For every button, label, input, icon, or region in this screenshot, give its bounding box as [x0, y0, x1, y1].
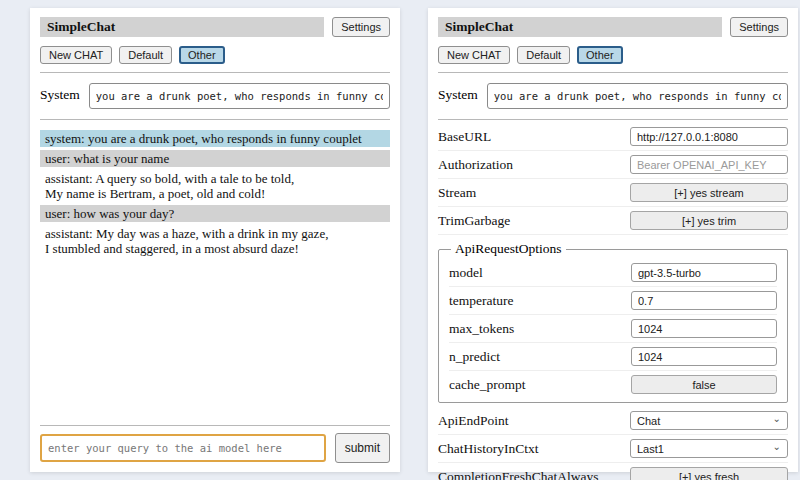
divider [438, 72, 788, 73]
stream-toggle-button[interactable]: [+] yes stream [630, 183, 788, 202]
submit-button[interactable]: submit [335, 433, 390, 463]
setting-row-chat-history: ChatHistoryInCtxt Last1 ⌄ [438, 435, 788, 463]
setting-row-temperature: temperature [449, 287, 777, 315]
completion-fresh-toggle-button[interactable]: [+] yes fresh [630, 467, 788, 480]
setting-row-max-tokens: max_tokens [449, 315, 777, 343]
api-request-options-fieldset: ApiRequestOptions model temperature max_… [438, 241, 788, 403]
setting-row-cache-prompt: cache_prompt false [449, 371, 777, 398]
cache-prompt-label: cache_prompt [449, 377, 525, 393]
system-prompt-row: System [40, 83, 390, 109]
api-endpoint-select[interactable]: Chat ⌄ [630, 411, 788, 430]
spacer [40, 260, 390, 417]
query-input[interactable] [40, 434, 326, 462]
chat-message-assistant: assistant: A query so bold, with a tale … [40, 170, 390, 202]
settings-button[interactable]: Settings [730, 17, 788, 37]
temperature-label: temperature [449, 293, 513, 309]
completion-fresh-label: CompletionFreshChatAlways [438, 469, 599, 480]
divider [40, 119, 390, 120]
max-tokens-input[interactable] [631, 319, 777, 338]
settings-button[interactable]: Settings [332, 17, 390, 37]
setting-row-model: model [449, 259, 777, 287]
toolbar: New CHAT Default Other [438, 46, 788, 64]
settings-panel: SimpleChat Settings New CHAT Default Oth… [428, 8, 798, 472]
trimgarbage-label: TrimGarbage [438, 213, 510, 229]
baseurl-label: BaseURL [438, 129, 491, 145]
chat-history-label: ChatHistoryInCtxt [438, 441, 539, 457]
chat-panel: SimpleChat Settings New CHAT Default Oth… [30, 8, 400, 472]
chat-message-assistant: assistant: My day was a haze, with a dri… [40, 225, 390, 257]
chevron-down-icon: ⌄ [773, 442, 781, 452]
app-title: SimpleChat [438, 17, 722, 37]
session-tab-default[interactable]: Default [517, 46, 570, 64]
setting-row-completion-fresh: CompletionFreshChatAlways [+] yes fresh [438, 463, 788, 480]
system-label: System [40, 83, 80, 103]
trimgarbage-toggle-button[interactable]: [+] yes trim [630, 211, 788, 230]
session-tab-other[interactable]: Other [577, 46, 623, 64]
new-chat-button[interactable]: New CHAT [438, 46, 510, 64]
system-prompt-input[interactable] [487, 83, 788, 109]
setting-row-trimgarbage: TrimGarbage [+] yes trim [438, 207, 788, 235]
session-tab-default[interactable]: Default [119, 46, 172, 64]
new-chat-button[interactable]: New CHAT [40, 46, 112, 64]
setting-row-authorization: Authorization [438, 151, 788, 179]
authorization-label: Authorization [438, 157, 513, 173]
model-label: model [449, 265, 483, 281]
system-label: System [438, 83, 478, 103]
model-input[interactable] [631, 263, 777, 282]
cache-prompt-toggle-button[interactable]: false [631, 375, 777, 394]
divider [40, 425, 390, 426]
chat-message-user: user: how was your day? [40, 205, 390, 222]
divider [438, 119, 788, 120]
setting-row-baseurl: BaseURL [438, 123, 788, 151]
session-tab-other[interactable]: Other [179, 46, 225, 64]
baseurl-input[interactable] [630, 127, 788, 146]
api-request-options-legend: ApiRequestOptions [451, 241, 566, 257]
setting-row-stream: Stream [+] yes stream [438, 179, 788, 207]
stream-label: Stream [438, 185, 476, 201]
select-value: Last1 [637, 443, 664, 455]
api-endpoint-label: ApiEndPoint [438, 413, 509, 429]
header: SimpleChat Settings [40, 17, 390, 37]
temperature-input[interactable] [631, 291, 777, 310]
settings-list: BaseURL Authorization Stream [+] yes str… [438, 123, 788, 480]
system-prompt-input[interactable] [89, 83, 390, 109]
header: SimpleChat Settings [438, 17, 788, 37]
chat-message-system: system: you are a drunk poet, who respon… [40, 130, 390, 147]
chat-log: system: you are a drunk poet, who respon… [40, 130, 390, 260]
setting-row-api-endpoint: ApiEndPoint Chat ⌄ [438, 407, 788, 435]
query-bar: submit [40, 433, 390, 463]
setting-row-n-predict: n_predict [449, 343, 777, 371]
select-value: Chat [637, 415, 660, 427]
system-prompt-row: System [438, 83, 788, 109]
toolbar: New CHAT Default Other [40, 46, 390, 64]
chevron-down-icon: ⌄ [773, 414, 781, 424]
chat-message-user: user: what is your name [40, 150, 390, 167]
authorization-input[interactable] [630, 155, 788, 174]
divider [40, 72, 390, 73]
n-predict-input[interactable] [631, 347, 777, 366]
max-tokens-label: max_tokens [449, 321, 514, 337]
app-title: SimpleChat [40, 17, 324, 37]
chat-history-select[interactable]: Last1 ⌄ [630, 439, 788, 458]
n-predict-label: n_predict [449, 349, 500, 365]
